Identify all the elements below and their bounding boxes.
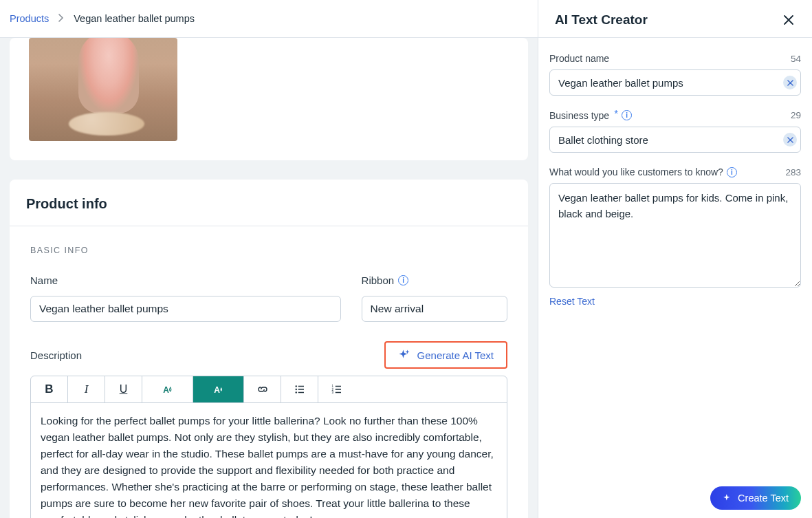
reset-text-link[interactable]: Reset Text	[549, 296, 595, 307]
numbered-list-button[interactable]: 123	[318, 376, 355, 402]
svg-rect-5	[298, 386, 303, 387]
description-editor: B I U A A 123	[30, 376, 507, 518]
svg-point-2	[295, 385, 296, 387]
svg-text:A: A	[163, 385, 169, 395]
sparkle-icon	[723, 493, 732, 503]
description-label: Description	[30, 349, 82, 361]
product-info-card: Product info BASIC INFO Name Ribbon i D	[10, 180, 528, 518]
highlight-color-button[interactable]: A	[193, 376, 244, 402]
clear-product-name-button[interactable]	[783, 76, 797, 89]
product-name-input[interactable]	[549, 69, 801, 96]
info-icon[interactable]: i	[622, 110, 632, 120]
bold-button[interactable]: B	[31, 376, 68, 402]
close-icon	[787, 80, 793, 86]
link-button[interactable]	[244, 376, 281, 402]
name-input[interactable]	[30, 296, 341, 322]
name-label: Name	[30, 274, 341, 286]
generate-ai-text-button[interactable]: Generate AI Text	[384, 341, 507, 369]
customer-know-count: 283	[785, 167, 801, 177]
product-name-label: Product name	[549, 53, 609, 64]
svg-point-4	[295, 391, 296, 393]
close-icon	[783, 14, 794, 25]
product-image[interactable]	[29, 38, 177, 141]
sparkle-icon	[398, 349, 410, 361]
close-icon	[787, 137, 793, 143]
product-info-title: Product info	[26, 196, 509, 212]
clear-business-type-button[interactable]	[783, 133, 797, 147]
svg-rect-11	[336, 386, 341, 387]
svg-rect-6	[298, 389, 303, 390]
business-type-count: 29	[791, 110, 801, 120]
svg-text:3: 3	[332, 391, 334, 394]
ai-text-creator-panel: AI Text Creator Product name 54 Business…	[538, 0, 812, 518]
chevron-right-icon	[58, 12, 64, 25]
info-icon[interactable]: i	[398, 275, 408, 285]
business-type-input[interactable]	[549, 127, 801, 153]
bullet-list-button[interactable]	[281, 376, 318, 402]
svg-text:A: A	[214, 385, 220, 395]
close-button[interactable]	[782, 13, 795, 27]
panel-title: AI Text Creator	[555, 12, 648, 28]
required-star-icon: *	[614, 107, 618, 119]
svg-rect-7	[298, 392, 303, 393]
product-image-card	[10, 38, 528, 160]
basic-info-section-label: BASIC INFO	[30, 246, 507, 255]
ribbon-input[interactable]	[362, 296, 507, 322]
breadcrumb: Products Vegan leather ballet pumps	[0, 0, 538, 38]
customer-know-label: What would you like customers to know? i	[549, 166, 737, 177]
editor-toolbar: B I U A A 123	[31, 376, 507, 403]
breadcrumb-current: Vegan leather ballet pumps	[74, 13, 195, 24]
info-icon[interactable]: i	[727, 167, 737, 177]
svg-rect-12	[336, 389, 341, 390]
italic-button[interactable]: I	[68, 376, 105, 402]
underline-button[interactable]: U	[105, 376, 142, 402]
business-type-label: Business type * i	[549, 109, 632, 121]
create-text-button[interactable]: Create Text	[710, 486, 801, 510]
customer-know-textarea[interactable]	[549, 183, 801, 288]
description-textarea[interactable]: Looking for the perfect ballet pumps for…	[31, 403, 507, 518]
product-name-count: 54	[791, 54, 801, 64]
ribbon-label: Ribbon i	[362, 274, 507, 286]
svg-point-3	[295, 389, 296, 390]
text-color-button[interactable]: A	[142, 376, 193, 402]
svg-rect-13	[336, 392, 341, 393]
breadcrumb-root-link[interactable]: Products	[10, 13, 49, 24]
